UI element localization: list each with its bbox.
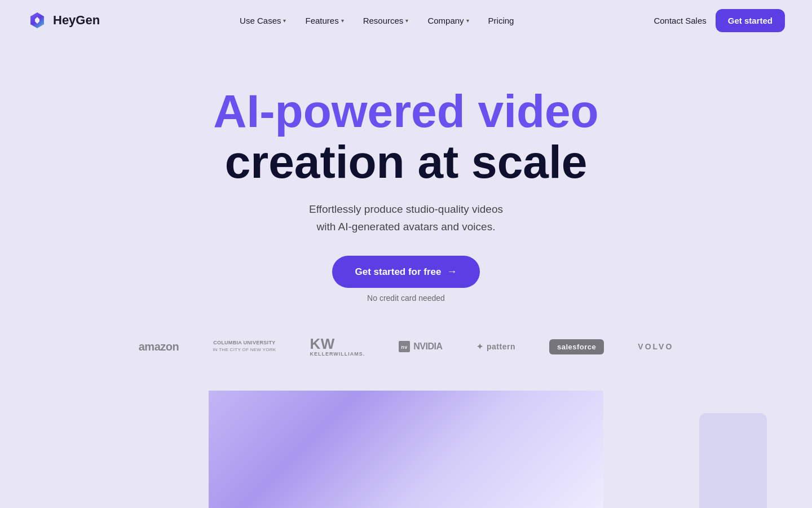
get-started-nav-button[interactable]: Get started: [716, 9, 785, 32]
logo-columbia-university: COLUMBIA UNIVERSITYIN THE CITY OF NEW YO…: [213, 340, 276, 353]
chevron-down-icon: ▾: [405, 17, 408, 24]
bottom-card-right: [699, 413, 767, 508]
logos-section: amazon COLUMBIA UNIVERSITYIN THE CITY OF…: [0, 336, 812, 357]
nvidia-icon: nv: [399, 341, 410, 352]
contact-sales-link[interactable]: Contact Sales: [654, 16, 706, 25]
logo-amazon: amazon: [139, 340, 179, 353]
nav-resources[interactable]: Resources ▾: [355, 11, 417, 30]
navbar: HeyGen Use Cases ▾ Features ▾ Resources …: [0, 0, 812, 41]
hero-title-line2: creation at scale: [213, 137, 598, 187]
nav-links: Use Cases ▾ Features ▾ Resources ▾ Compa…: [232, 11, 522, 30]
hero-cta-container: Get started for free → No credit card ne…: [332, 256, 479, 303]
logo-text: HeyGen: [53, 13, 100, 28]
nav-right: Contact Sales Get started: [654, 9, 785, 32]
nav-use-cases[interactable]: Use Cases ▾: [232, 11, 294, 30]
logo-volvo: VOLVO: [638, 342, 673, 351]
logo-nvidia: nv NVIDIA: [399, 341, 442, 352]
logo-keller-williams: KW KELLERWILLIAMS.: [310, 336, 365, 357]
hero-subtitle: Effortlessly produce studio-quality vide…: [309, 201, 503, 235]
no-credit-label: No credit card needed: [367, 294, 445, 303]
logo-link[interactable]: HeyGen: [27, 10, 100, 30]
bottom-visual: [0, 391, 812, 508]
nav-features[interactable]: Features ▾: [297, 11, 351, 30]
hero-title-line1: AI-powered video: [213, 86, 598, 137]
bottom-card: [209, 391, 603, 508]
nav-company[interactable]: Company ▾: [420, 11, 476, 30]
hero-cta-button[interactable]: Get started for free →: [332, 256, 479, 288]
nav-pricing[interactable]: Pricing: [480, 11, 522, 30]
chevron-down-icon: ▾: [466, 17, 469, 24]
hero-section: AI-powered video creation at scale Effor…: [0, 41, 812, 303]
chevron-down-icon: ▾: [341, 17, 344, 24]
logo-icon: [27, 10, 47, 30]
arrow-icon: →: [447, 266, 457, 278]
svg-text:nv: nv: [401, 344, 408, 350]
logo-pattern: ✦ pattern: [476, 342, 515, 351]
logo-salesforce: salesforce: [549, 339, 604, 354]
hero-title: AI-powered video creation at scale: [213, 86, 598, 187]
chevron-down-icon: ▾: [283, 17, 286, 24]
